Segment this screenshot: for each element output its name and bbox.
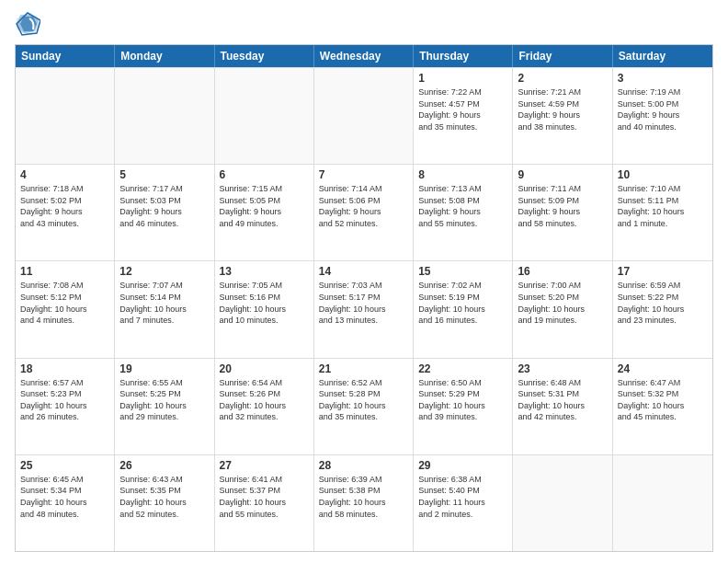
empty-cell <box>513 455 612 551</box>
day-cell-28: 28Sunrise: 6:39 AM Sunset: 5:38 PM Dayli… <box>314 455 414 551</box>
empty-cell <box>613 455 712 551</box>
day-info: Sunrise: 7:15 AM Sunset: 5:05 PM Dayligh… <box>220 183 309 229</box>
day-number: 20 <box>220 362 309 375</box>
day-info: Sunrise: 7:07 AM Sunset: 5:14 PM Dayligh… <box>119 280 209 326</box>
header <box>15 11 713 37</box>
day-number: 3 <box>618 72 708 85</box>
day-info: Sunrise: 6:59 AM Sunset: 5:22 PM Dayligh… <box>618 280 708 326</box>
day-cell-19: 19Sunrise: 6:55 AM Sunset: 5:25 PM Dayli… <box>115 359 214 454</box>
day-info: Sunrise: 7:18 AM Sunset: 5:02 PM Dayligh… <box>20 183 109 229</box>
header-day-friday: Friday <box>513 45 612 67</box>
day-cell-17: 17Sunrise: 6:59 AM Sunset: 5:22 PM Dayli… <box>613 261 712 357</box>
day-cell-6: 6Sunrise: 7:15 AM Sunset: 5:05 PM Daylig… <box>215 165 314 260</box>
day-cell-12: 12Sunrise: 7:07 AM Sunset: 5:14 PM Dayli… <box>115 261 214 357</box>
day-cell-13: 13Sunrise: 7:05 AM Sunset: 5:16 PM Dayli… <box>215 261 314 357</box>
day-info: Sunrise: 7:19 AM Sunset: 5:00 PM Dayligh… <box>618 86 708 132</box>
day-cell-4: 4Sunrise: 7:18 AM Sunset: 5:02 PM Daylig… <box>16 165 115 260</box>
day-cell-7: 7Sunrise: 7:14 AM Sunset: 5:06 PM Daylig… <box>314 165 414 260</box>
day-number: 5 <box>119 168 209 181</box>
day-number: 9 <box>518 168 607 181</box>
day-number: 13 <box>220 265 309 278</box>
day-info: Sunrise: 6:57 AM Sunset: 5:23 PM Dayligh… <box>20 377 109 423</box>
day-cell-18: 18Sunrise: 6:57 AM Sunset: 5:23 PM Dayli… <box>16 359 115 454</box>
header-day-wednesday: Wednesday <box>314 45 414 67</box>
day-info: Sunrise: 7:10 AM Sunset: 5:11 PM Dayligh… <box>618 183 708 229</box>
day-info: Sunrise: 7:08 AM Sunset: 5:12 PM Dayligh… <box>20 280 109 326</box>
day-number: 15 <box>418 265 507 278</box>
day-number: 2 <box>518 72 607 85</box>
day-cell-25: 25Sunrise: 6:45 AM Sunset: 5:34 PM Dayli… <box>16 455 115 551</box>
day-cell-8: 8Sunrise: 7:13 AM Sunset: 5:08 PM Daylig… <box>414 165 513 260</box>
empty-cell <box>16 68 115 164</box>
calendar-header: SundayMondayTuesdayWednesdayThursdayFrid… <box>16 45 712 67</box>
day-cell-16: 16Sunrise: 7:00 AM Sunset: 5:20 PM Dayli… <box>513 261 612 357</box>
day-number: 8 <box>418 168 507 181</box>
empty-cell <box>115 68 214 164</box>
day-info: Sunrise: 6:39 AM Sunset: 5:38 PM Dayligh… <box>319 474 408 520</box>
day-cell-11: 11Sunrise: 7:08 AM Sunset: 5:12 PM Dayli… <box>16 261 115 357</box>
day-cell-1: 1Sunrise: 7:22 AM Sunset: 4:57 PM Daylig… <box>414 68 513 164</box>
day-number: 6 <box>220 168 309 181</box>
day-number: 22 <box>418 362 507 375</box>
day-cell-23: 23Sunrise: 6:48 AM Sunset: 5:31 PM Dayli… <box>513 359 612 454</box>
calendar-row-1: 4Sunrise: 7:18 AM Sunset: 5:02 PM Daylig… <box>16 164 712 260</box>
day-info: Sunrise: 7:02 AM Sunset: 5:19 PM Dayligh… <box>418 280 507 326</box>
day-cell-9: 9Sunrise: 7:11 AM Sunset: 5:09 PM Daylig… <box>513 165 612 260</box>
logo-icon <box>15 11 40 37</box>
day-number: 16 <box>518 265 607 278</box>
day-number: 26 <box>119 459 209 472</box>
day-info: Sunrise: 7:11 AM Sunset: 5:09 PM Dayligh… <box>518 183 607 229</box>
day-cell-26: 26Sunrise: 6:43 AM Sunset: 5:35 PM Dayli… <box>115 455 214 551</box>
day-info: Sunrise: 7:14 AM Sunset: 5:06 PM Dayligh… <box>319 183 408 229</box>
day-cell-29: 29Sunrise: 6:38 AM Sunset: 5:40 PM Dayli… <box>414 455 513 551</box>
day-cell-21: 21Sunrise: 6:52 AM Sunset: 5:28 PM Dayli… <box>314 359 414 454</box>
day-number: 7 <box>319 168 408 181</box>
day-number: 11 <box>20 265 109 278</box>
day-cell-10: 10Sunrise: 7:10 AM Sunset: 5:11 PM Dayli… <box>613 165 712 260</box>
page: SundayMondayTuesdayWednesdayThursdayFrid… <box>0 0 728 563</box>
day-number: 27 <box>220 459 309 472</box>
day-info: Sunrise: 6:47 AM Sunset: 5:32 PM Dayligh… <box>618 377 708 423</box>
calendar-row-4: 25Sunrise: 6:45 AM Sunset: 5:34 PM Dayli… <box>16 454 712 551</box>
day-number: 4 <box>20 168 109 181</box>
day-cell-2: 2Sunrise: 7:21 AM Sunset: 4:59 PM Daylig… <box>513 68 612 164</box>
day-cell-15: 15Sunrise: 7:02 AM Sunset: 5:19 PM Dayli… <box>414 261 513 357</box>
day-number: 24 <box>618 362 708 375</box>
day-info: Sunrise: 6:50 AM Sunset: 5:29 PM Dayligh… <box>418 377 507 423</box>
logo <box>15 11 44 37</box>
day-number: 12 <box>119 265 209 278</box>
day-number: 28 <box>319 459 408 472</box>
calendar-row-2: 11Sunrise: 7:08 AM Sunset: 5:12 PM Dayli… <box>16 260 712 357</box>
day-number: 19 <box>119 362 209 375</box>
day-number: 18 <box>20 362 109 375</box>
header-day-thursday: Thursday <box>414 45 513 67</box>
day-info: Sunrise: 6:55 AM Sunset: 5:25 PM Dayligh… <box>119 377 209 423</box>
day-info: Sunrise: 6:54 AM Sunset: 5:26 PM Dayligh… <box>220 377 309 423</box>
day-info: Sunrise: 6:41 AM Sunset: 5:37 PM Dayligh… <box>220 474 309 520</box>
calendar-body: 1Sunrise: 7:22 AM Sunset: 4:57 PM Daylig… <box>16 67 712 551</box>
day-cell-14: 14Sunrise: 7:03 AM Sunset: 5:17 PM Dayli… <box>314 261 414 357</box>
day-number: 23 <box>518 362 607 375</box>
header-day-tuesday: Tuesday <box>215 45 314 67</box>
day-info: Sunrise: 6:45 AM Sunset: 5:34 PM Dayligh… <box>20 474 109 520</box>
day-number: 14 <box>319 265 408 278</box>
calendar-row-3: 18Sunrise: 6:57 AM Sunset: 5:23 PM Dayli… <box>16 358 712 454</box>
day-cell-22: 22Sunrise: 6:50 AM Sunset: 5:29 PM Dayli… <box>414 359 513 454</box>
header-day-saturday: Saturday <box>613 45 712 67</box>
day-cell-27: 27Sunrise: 6:41 AM Sunset: 5:37 PM Dayli… <box>215 455 314 551</box>
calendar-row-0: 1Sunrise: 7:22 AM Sunset: 4:57 PM Daylig… <box>16 67 712 164</box>
header-day-sunday: Sunday <box>16 45 115 67</box>
day-info: Sunrise: 6:52 AM Sunset: 5:28 PM Dayligh… <box>319 377 408 423</box>
day-number: 17 <box>618 265 708 278</box>
day-info: Sunrise: 6:43 AM Sunset: 5:35 PM Dayligh… <box>119 474 209 520</box>
calendar: SundayMondayTuesdayWednesdayThursdayFrid… <box>15 44 713 552</box>
day-info: Sunrise: 7:03 AM Sunset: 5:17 PM Dayligh… <box>319 280 408 326</box>
day-number: 29 <box>418 459 507 472</box>
empty-cell <box>215 68 314 164</box>
header-day-monday: Monday <box>115 45 214 67</box>
day-number: 25 <box>20 459 109 472</box>
day-cell-24: 24Sunrise: 6:47 AM Sunset: 5:32 PM Dayli… <box>613 359 712 454</box>
day-cell-3: 3Sunrise: 7:19 AM Sunset: 5:00 PM Daylig… <box>613 68 712 164</box>
day-info: Sunrise: 7:05 AM Sunset: 5:16 PM Dayligh… <box>220 280 309 326</box>
day-info: Sunrise: 7:22 AM Sunset: 4:57 PM Dayligh… <box>418 86 507 132</box>
